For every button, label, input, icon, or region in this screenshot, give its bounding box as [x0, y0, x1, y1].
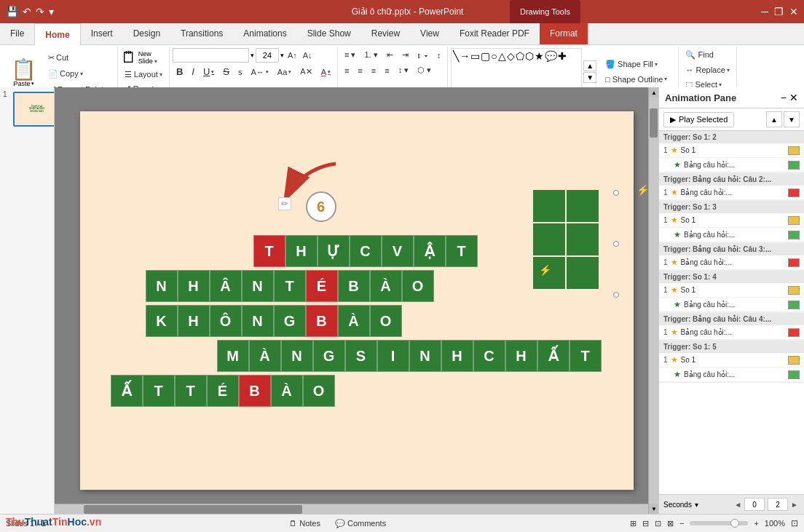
char-spacing-button[interactable]: A↔ ▾ [248, 65, 272, 79]
paste-button[interactable]: 📋 Paste ▾ [6, 56, 42, 91]
shape-pentagon[interactable]: ⬠ [516, 50, 524, 92]
shape-star[interactable]: ★ [535, 50, 544, 92]
slide-thumbnail[interactable]: THỰC VẬTNHÂN TẾ BÀOKHÔNG BÀO [13, 92, 55, 127]
seconds-next-button[interactable]: ► [789, 500, 800, 509]
zoom-slider[interactable] [690, 521, 748, 525]
shape-triangle[interactable]: △ [498, 50, 506, 92]
anim-item-2a[interactable]: 1 ★ Bảng câu hỏi:... [659, 186, 804, 200]
anim-nav-down-button[interactable]: ▼ [784, 111, 800, 127]
align-left-button[interactable]: ≡ [341, 63, 352, 77]
scroll-down-button[interactable]: ▼ [649, 504, 658, 514]
tab-view[interactable]: View [410, 23, 449, 44]
zoom-out-button[interactable]: − [679, 519, 684, 528]
tab-review[interactable]: Review [361, 23, 410, 44]
shape-outline-button[interactable]: □ Shape Outline ▾ [602, 73, 675, 86]
align-right-button[interactable]: ≡ [368, 63, 379, 77]
tab-home[interactable]: Home [34, 23, 80, 45]
bullets-button[interactable]: ≡ ▾ [341, 48, 359, 62]
close-icon[interactable]: ✕ [789, 6, 798, 17]
tab-foxit[interactable]: Foxit Reader PDF [449, 23, 540, 44]
shape-callout[interactable]: 💬 [545, 50, 557, 92]
view-normal-icon[interactable]: ⊞ [630, 519, 636, 528]
increase-indent-button[interactable]: ⇥ [398, 48, 412, 62]
shape-fill-button[interactable]: 🪣 Shape Fill ▾ [602, 57, 675, 71]
anim-pane-collapse-button[interactable]: − [781, 92, 787, 103]
shapes-scroll-up-button[interactable]: ▲ [583, 60, 596, 71]
tab-format[interactable]: Format [540, 23, 588, 44]
anim-item-1a[interactable]: 1 ★ So 1 [659, 143, 804, 158]
tab-transitions[interactable]: Transitions [170, 23, 233, 44]
font-size-increase-button[interactable]: A↑ [285, 49, 299, 61]
view-reading-icon[interactable]: ⊡ [655, 519, 661, 528]
tab-slideshow[interactable]: Slide Show [297, 23, 361, 44]
anim-item-7b[interactable]: ★ Bảng câu hỏi:... [659, 368, 804, 382]
replace-button[interactable]: ↔ Replace ▾ [682, 63, 733, 76]
tab-file[interactable]: File [0, 23, 34, 44]
shape-line[interactable]: ╲ [453, 50, 459, 92]
tab-design[interactable]: Design [123, 23, 170, 44]
numbering-button[interactable]: 1. ▾ [360, 48, 381, 62]
new-slide-button[interactable]: 🗒 New Slide ▾ [121, 48, 158, 67]
align-center-button[interactable]: ≡ [354, 63, 366, 77]
decrease-indent-button[interactable]: ⇤ [383, 48, 397, 62]
scroll-up-button[interactable]: ▲ [649, 87, 658, 98]
seconds-value-input[interactable] [744, 498, 765, 511]
anim-item-5b[interactable]: ★ Bảng câu hỏi:... [659, 298, 804, 312]
canvas-scrollbar-v[interactable]: ▲ ▼ [648, 87, 658, 514]
strikethrough-button[interactable]: S [219, 64, 233, 79]
undo-icon[interactable]: ↶ [23, 6, 31, 17]
columns-button[interactable]: ⫾ ▾ [414, 48, 432, 62]
clear-format-button[interactable]: A✕ [296, 65, 315, 79]
canvas-area[interactable]: ✏ 6 T H Ự C V Ậ T N H Â N T É [55, 87, 658, 514]
underline-button[interactable]: U ▾ [200, 64, 218, 79]
anim-item-3b[interactable]: ★ Bảng câu hỏi:... [659, 228, 804, 242]
shape-cross[interactable]: ✚ [558, 50, 567, 92]
anim-item-5a[interactable]: 1 ★ So 1 [659, 283, 804, 298]
text-direction-button[interactable]: ↕ [433, 48, 445, 62]
cut-button[interactable]: ✂ Cut [44, 51, 114, 65]
font-color-button[interactable]: A ▾ [318, 65, 334, 79]
justify-button[interactable]: ≡ [381, 63, 393, 77]
canvas-scrollbar-h[interactable] [55, 504, 648, 514]
bold-button[interactable]: B [173, 64, 186, 79]
seconds-max-input[interactable] [768, 498, 788, 511]
layout-button[interactable]: ☰ Layout ▾ [121, 68, 166, 82]
seconds-prev-button[interactable]: ◄ [733, 500, 743, 509]
shape-hex[interactable]: ⬡ [525, 50, 534, 92]
zoom-in-button[interactable]: + [754, 519, 758, 528]
copy-button[interactable]: 📄 Copy ▾ [44, 67, 114, 81]
font-size-arrow[interactable]: ▾ [280, 52, 284, 59]
anim-pane-close-button[interactable]: ✕ [789, 92, 798, 103]
shadow-button[interactable]: s [234, 65, 246, 79]
anim-item-1b[interactable]: ★ Bảng câu hỏi:... [659, 158, 804, 172]
shapes-scroll-down-button[interactable]: ▼ [583, 72, 596, 83]
font-name-arrow[interactable]: ▾ [251, 52, 254, 59]
tab-animations[interactable]: Animations [233, 23, 296, 44]
shape-diamond[interactable]: ◇ [507, 50, 515, 92]
customize-icon[interactable]: ▾ [49, 6, 54, 17]
italic-button[interactable]: I [188, 64, 198, 79]
font-size-decrease-button[interactable]: A↓ [301, 49, 315, 61]
anim-nav-up-button[interactable]: ▲ [766, 111, 782, 127]
restore-icon[interactable]: ❐ [774, 6, 784, 17]
fit-slide-button[interactable]: ⊡ [791, 518, 798, 528]
notes-button[interactable]: 🗒 Notes [285, 517, 325, 529]
anim-item-7a[interactable]: 1 ★ So 1 [659, 353, 804, 368]
anim-item-4a[interactable]: 1 ★ Bảng câu hỏi:... [659, 255, 804, 270]
anim-item-6a[interactable]: 1 ★ Bảng câu hỏi:... [659, 325, 804, 340]
view-slide-sorter-icon[interactable]: ⊟ [642, 519, 649, 528]
play-selected-button[interactable]: ▶ Play Selected [663, 112, 734, 127]
shape-rect[interactable]: ▭ [470, 50, 480, 92]
shape-circle[interactable]: ○ [491, 50, 497, 92]
smart-art-button[interactable]: ⬡ ▾ [414, 63, 435, 77]
line-spacing-button[interactable]: ↕ ▾ [395, 63, 413, 77]
change-case-button[interactable]: Aa ▾ [274, 65, 295, 79]
find-button[interactable]: 🔍 Find [682, 48, 717, 62]
save-icon[interactable]: 💾 [6, 6, 18, 17]
minimize-icon[interactable]: ─ [761, 6, 768, 17]
shape-arrow[interactable]: → [460, 50, 470, 92]
redo-icon[interactable]: ↷ [36, 6, 44, 17]
shape-round-rect[interactable]: ▢ [481, 50, 490, 92]
font-name-input[interactable] [173, 48, 249, 63]
seconds-dropdown-arrow[interactable]: ▾ [695, 501, 698, 509]
